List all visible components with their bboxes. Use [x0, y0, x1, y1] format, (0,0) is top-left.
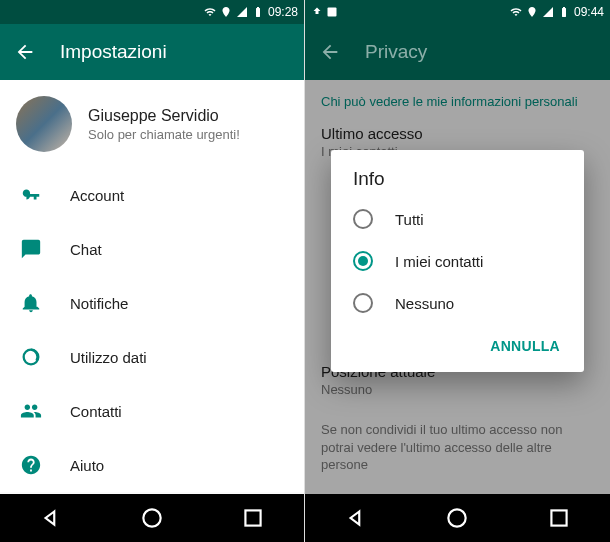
battery-icon [252, 6, 264, 18]
svg-rect-5 [552, 510, 567, 525]
location-icon [526, 6, 538, 18]
contacts-icon [20, 400, 42, 422]
page-title: Privacy [365, 41, 427, 63]
data-usage-icon [20, 346, 42, 368]
svg-point-4 [449, 509, 466, 526]
radio-icon [353, 293, 373, 313]
svg-point-1 [143, 509, 160, 526]
image-icon [326, 6, 338, 18]
radio-icon [353, 209, 373, 229]
wifi-icon [204, 6, 216, 18]
nav-back-icon[interactable] [343, 505, 369, 531]
signal-icon [236, 6, 248, 18]
page-title: Impostazioni [60, 41, 167, 63]
svg-rect-2 [246, 510, 261, 525]
key-icon [20, 184, 42, 206]
status-bar: 09:28 [0, 0, 304, 24]
menu-item-notifications[interactable]: Notifiche [0, 276, 304, 330]
help-icon [20, 454, 42, 476]
dialog-title: Info [331, 168, 584, 198]
avatar [16, 96, 72, 152]
status-time: 09:28 [268, 5, 298, 19]
back-arrow-icon[interactable] [14, 41, 36, 63]
radio-label: Tutti [395, 211, 424, 228]
info-dialog: Info Tutti I miei contatti Nessuno ANNUL… [331, 150, 584, 372]
radio-option-nobody[interactable]: Nessuno [331, 282, 584, 324]
battery-icon [558, 6, 570, 18]
nav-bar [0, 494, 304, 542]
radio-option-everyone[interactable]: Tutti [331, 198, 584, 240]
back-arrow-icon[interactable] [319, 41, 341, 63]
menu-item-account[interactable]: Account [0, 168, 304, 222]
menu-label: Chat [70, 241, 102, 258]
menu-label: Notifiche [70, 295, 128, 312]
status-bar: 09:44 [305, 0, 610, 24]
nav-home-icon[interactable] [444, 505, 470, 531]
app-bar: Privacy [305, 24, 610, 80]
menu-label: Utilizzo dati [70, 349, 147, 366]
cancel-button[interactable]: ANNULLA [480, 330, 570, 362]
menu-item-chat[interactable]: Chat [0, 222, 304, 276]
menu-label: Account [70, 187, 124, 204]
radio-label: Nessuno [395, 295, 454, 312]
profile-name: Giuseppe Servidio [88, 107, 240, 125]
chat-icon [20, 238, 42, 260]
menu-item-data-usage[interactable]: Utilizzo dati [0, 330, 304, 384]
nav-recent-icon[interactable] [546, 505, 572, 531]
menu-label: Aiuto [70, 457, 104, 474]
menu-item-help[interactable]: Aiuto [0, 438, 304, 492]
location-icon [220, 6, 232, 18]
profile-row[interactable]: Giuseppe Servidio Solo per chiamate urge… [0, 80, 304, 168]
signal-icon [542, 6, 554, 18]
wifi-icon [510, 6, 522, 18]
svg-rect-3 [328, 8, 337, 17]
menu-label: Contatti [70, 403, 122, 420]
menu-item-contacts[interactable]: Contatti [0, 384, 304, 438]
profile-status: Solo per chiamate urgenti! [88, 127, 240, 142]
upload-icon [311, 6, 323, 18]
nav-home-icon[interactable] [139, 505, 165, 531]
nav-recent-icon[interactable] [240, 505, 266, 531]
nav-bar [305, 494, 610, 542]
nav-back-icon[interactable] [38, 505, 64, 531]
app-bar: Impostazioni [0, 24, 304, 80]
radio-icon [353, 251, 373, 271]
radio-option-my-contacts[interactable]: I miei contatti [331, 240, 584, 282]
radio-label: I miei contatti [395, 253, 483, 270]
bell-icon [20, 292, 42, 314]
status-time: 09:44 [574, 5, 604, 19]
